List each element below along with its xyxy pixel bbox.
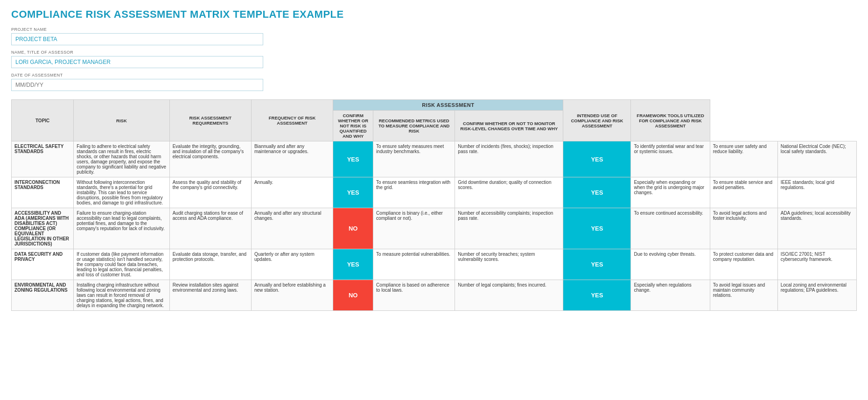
col-topic: TOPIC: [12, 100, 74, 141]
table-cell: Biannually and after any maintenance or …: [251, 141, 333, 177]
assessor-field: NAME, TITLE OF ASSESSOR: [11, 50, 857, 68]
quantified-cell: NO: [333, 280, 373, 311]
metrics-cell: Number of security breaches; system vuln…: [455, 249, 563, 280]
why-quantified-cell: To measure potential vulnerabilities.: [373, 249, 455, 280]
why-quantified-cell: To ensure seamless integration with the …: [373, 177, 455, 208]
table-cell: Annually and before establishing a new s…: [251, 280, 333, 311]
table-row: ENVIRONMENTAL AND ZONING REGULATIONSInst…: [12, 280, 857, 311]
table-row: ACCESSIBILITY AND ADA (AMERICANS WITH DI…: [12, 208, 857, 249]
table-cell: INTERCONNECTION STANDARDS: [12, 177, 74, 208]
table-cell: Assess the quality and stability of the …: [169, 177, 251, 208]
intended-use-cell: To ensure stable service and avoid penal…: [710, 177, 777, 208]
monitor-why-cell: Due to evolving cyber threats.: [631, 249, 710, 280]
monitor-why-cell: To identify potential wear and tear or s…: [631, 141, 710, 177]
date-input[interactable]: [11, 79, 263, 91]
intended-use-cell: To protect customer data and company rep…: [710, 249, 777, 280]
project-name-label: PROJECT NAME: [11, 27, 857, 32]
monitor-cell: YES: [563, 249, 631, 280]
table-cell: Evaluate the integrity, grounding, and i…: [169, 141, 251, 177]
table-cell: Installing charging infrastructure witho…: [74, 280, 169, 311]
metrics-cell: Number of incidents (fires, shocks); ins…: [455, 141, 563, 177]
monitor-why-cell: Especially when regulations change.: [631, 280, 710, 311]
table-cell: ELECTRICAL SAFETY STANDARDS: [12, 141, 74, 177]
table-cell: Annually.: [251, 177, 333, 208]
date-field: DATE OF ASSESSMENT: [11, 73, 857, 91]
col-intended: INTENDED USE OF COMPLIANCE AND RISK ASSE…: [563, 100, 631, 141]
compliance-matrix-table: TOPIC RISK RISK ASSESSMENT REQUIREMENTS …: [11, 99, 857, 311]
why-quantified-cell: Compliance is binary (i.e., either compl…: [373, 208, 455, 249]
framework-cell: Local zoning and environmental regulatio…: [777, 280, 856, 311]
col-monitor: CONFIRM WHETHER OR NOT TO MONITOR RISK-L…: [455, 111, 563, 141]
table-cell: ENVIRONMENTAL AND ZONING REGULATIONS: [12, 280, 74, 311]
quantified-cell: NO: [333, 208, 373, 249]
table-row: INTERCONNECTION STANDARDSWithout followi…: [12, 177, 857, 208]
metrics-cell: Number of legal complaints; fines incurr…: [455, 280, 563, 311]
quantified-cell: YES: [333, 177, 373, 208]
table-cell: Without following interconnection standa…: [74, 177, 169, 208]
quantified-cell: YES: [333, 141, 373, 177]
framework-cell: ISO/IEC 27001; NIST cybersecurity framew…: [777, 249, 856, 280]
framework-cell: National Electrical Code (NEC); local sa…: [777, 141, 856, 177]
table-cell: Review installation sites against enviro…: [169, 280, 251, 311]
table-cell: Evaluate data storage, transfer, and pro…: [169, 249, 251, 280]
table-row: DATA SECURITY AND PRIVACYIf customer dat…: [12, 249, 857, 280]
date-label: DATE OF ASSESSMENT: [11, 73, 857, 77]
framework-cell: IEEE standards; local grid regulations.: [777, 177, 856, 208]
monitor-why-cell: Especially when expanding or when the gr…: [631, 177, 710, 208]
col-risk: RISK: [74, 100, 169, 141]
monitor-cell: YES: [563, 280, 631, 311]
project-name-input[interactable]: [11, 33, 263, 45]
col-metrics: RECOMMENDED METRICS USED TO MEASURE COMP…: [373, 111, 455, 141]
framework-cell: ADA guidelines; local accessibility stan…: [777, 208, 856, 249]
table-cell: ACCESSIBILITY AND ADA (AMERICANS WITH DI…: [12, 208, 74, 249]
why-quantified-cell: Compliance is based on adherence to loca…: [373, 280, 455, 311]
assessor-label: NAME, TITLE OF ASSESSOR: [11, 50, 857, 55]
why-quantified-cell: To ensure safety measures meet industry …: [373, 141, 455, 177]
monitor-cell: YES: [563, 141, 631, 177]
monitor-why-cell: To ensure continued accessibility.: [631, 208, 710, 249]
metrics-cell: Grid downtime duration; quality of conne…: [455, 177, 563, 208]
monitor-cell: YES: [563, 208, 631, 249]
monitor-cell: YES: [563, 177, 631, 208]
metrics-cell: Number of accessibility complaints; insp…: [455, 208, 563, 249]
risk-assessment-group-header: RISK ASSESSMENT: [333, 100, 563, 111]
quantified-cell: YES: [333, 249, 373, 280]
assessor-input[interactable]: [11, 56, 263, 68]
page-title: COMPLIANCE RISK ASSESSMENT MATRIX TEMPLA…: [11, 8, 857, 21]
intended-use-cell: To ensure user safety and reduce liabili…: [710, 141, 777, 177]
col-requirements: RISK ASSESSMENT REQUIREMENTS: [169, 100, 251, 141]
project-name-field: PROJECT NAME: [11, 27, 857, 45]
table-cell: Failing to adhere to electrical safety s…: [74, 141, 169, 177]
table-cell: Quarterly or after any system updates.: [251, 249, 333, 280]
table-cell: If customer data (like payment informati…: [74, 249, 169, 280]
table-cell: Annually and after any structural change…: [251, 208, 333, 249]
intended-use-cell: To avoid legal actions and foster inclus…: [710, 208, 777, 249]
col-framework: FRAMEWORK TOOLS UTILIZED FOR COMPLIANCE …: [631, 100, 710, 141]
col-quantified: CONFIRM WHETHER OR NOT RISK IS QUANTIFIE…: [333, 111, 373, 141]
table-cell: Failure to ensure charging-station acces…: [74, 208, 169, 249]
col-frequency: FREQUENCY OF RISK ASSESSMENT: [251, 100, 333, 141]
table-row: ELECTRICAL SAFETY STANDARDSFailing to ad…: [12, 141, 857, 177]
table-cell: Audit charging stations for ease of acce…: [169, 208, 251, 249]
matrix-table-container: TOPIC RISK RISK ASSESSMENT REQUIREMENTS …: [11, 99, 857, 311]
table-cell: DATA SECURITY AND PRIVACY: [12, 249, 74, 280]
intended-use-cell: To avoid legal issues and maintain commu…: [710, 280, 777, 311]
